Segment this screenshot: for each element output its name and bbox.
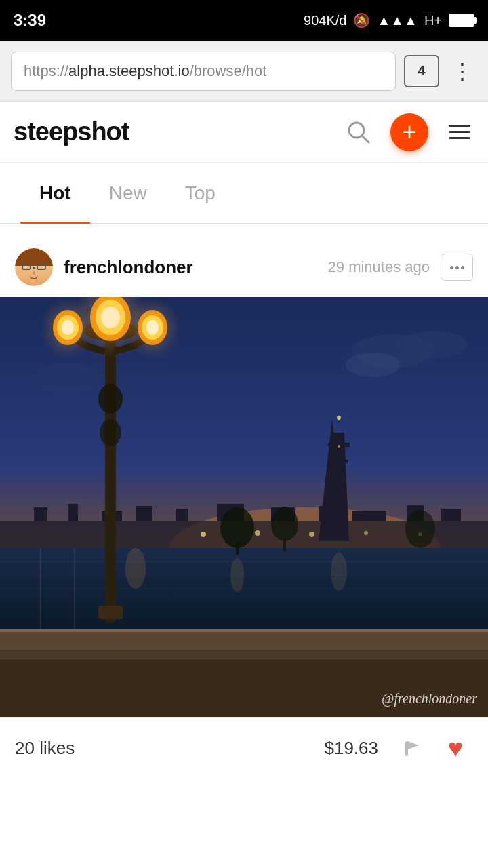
dot-icon [455,266,459,269]
paris-scene-svg [0,297,488,717]
browser-bar: https:// alpha.steepshot.io /browse/hot … [0,41,488,102]
network-speed: 904K/d [304,13,346,28]
svg-point-82 [34,363,102,393]
app-logo: steepshot [14,117,129,146]
svg-point-62 [41,297,95,358]
post-more-button[interactable] [441,254,473,281]
svg-rect-77 [283,538,286,551]
post-footer: 20 likes $19.63 ♥ [0,717,488,778]
post-image[interactable]: @frenchlondoner [0,297,488,717]
post-meta: frenchlondoner [64,257,317,278]
post-watermark: @frenchlondoner [382,691,477,707]
url-scheme: https:// [24,62,68,80]
svg-rect-9 [176,509,188,521]
svg-rect-52 [105,331,116,623]
status-bar: 3:39 904K/d 🔕 ▲▲▲ H+ [0,0,488,41]
svg-point-23 [338,445,340,448]
post-username[interactable]: frenchlondoner [64,257,317,278]
status-right: 904K/d 🔕 ▲▲▲ H+ [304,12,474,28]
svg-point-66 [125,297,180,358]
svg-rect-5 [34,507,47,521]
dot-icon [450,266,453,269]
feed: frenchlondoner 29 minutes ago [0,224,488,791]
signal-bars-icon: ▲▲▲ [377,13,417,28]
svg-rect-75 [236,541,239,555]
svg-rect-42 [0,650,488,660]
svg-point-71 [309,532,314,537]
svg-point-80 [400,331,468,358]
post-header: frenchlondoner 29 minutes ago [0,237,488,297]
flag-icon [403,738,422,757]
heart-button[interactable]: ♥ [438,730,473,766]
flag-button[interactable] [394,730,430,766]
svg-point-47 [125,548,146,589]
svg-rect-20 [332,473,346,476]
search-button[interactable] [343,117,374,148]
svg-point-22 [337,416,341,420]
svg-rect-6 [68,504,78,521]
hamburger-icon [449,125,470,127]
likes-count: 20 likes [15,738,75,759]
url-bar[interactable]: https:// alpha.steepshot.io /browse/hot [11,52,396,91]
tab-new[interactable]: New [90,163,166,224]
search-icon [346,119,371,145]
add-post-button[interactable]: + [390,113,428,151]
hamburger-icon [449,137,470,139]
post-time: 29 minutes ago [328,258,430,276]
battery-icon [449,14,474,27]
menu-button[interactable] [445,121,474,143]
tab-count-button[interactable]: 4 [404,55,439,87]
svg-point-48 [230,558,244,592]
svg-point-78 [405,510,435,548]
avatar[interactable] [15,248,53,286]
heart-icon: ♥ [448,734,464,763]
svg-line-1 [362,136,369,142]
svg-point-70 [255,530,260,536]
svg-rect-13 [352,511,386,521]
url-path: /browse/hot [190,62,267,80]
svg-point-72 [364,531,368,535]
svg-rect-53 [98,606,123,619]
dollar-amount: $19.63 [324,738,378,759]
svg-point-49 [331,553,347,591]
status-time: 3:39 [14,11,46,30]
svg-rect-19 [330,460,348,463]
post-card: frenchlondoner 29 minutes ago [0,237,488,778]
app-header: steepshot + [0,102,488,163]
browser-menu-button[interactable]: ⋮ [447,58,477,84]
svg-point-68 [100,419,121,446]
tabs-bar: Hot New Top [0,163,488,224]
svg-point-67 [98,384,123,414]
svg-point-81 [346,353,400,377]
url-domain: alpha.steepshot.io [68,62,190,80]
dot-icon [461,266,464,269]
svg-rect-15 [441,509,461,521]
header-actions: + [343,113,474,151]
hamburger-icon [449,131,470,133]
svg-point-69 [201,532,206,537]
svg-rect-24 [0,629,488,650]
tab-hot[interactable]: Hot [20,163,90,224]
network-type: H+ [424,13,442,28]
svg-point-76 [271,507,298,541]
tab-top[interactable]: Top [166,163,235,224]
svg-rect-8 [136,506,152,521]
plus-icon: + [402,120,416,144]
svg-marker-84 [408,741,419,749]
svg-rect-83 [405,741,408,756]
mute-icon: 🔕 [353,12,370,28]
